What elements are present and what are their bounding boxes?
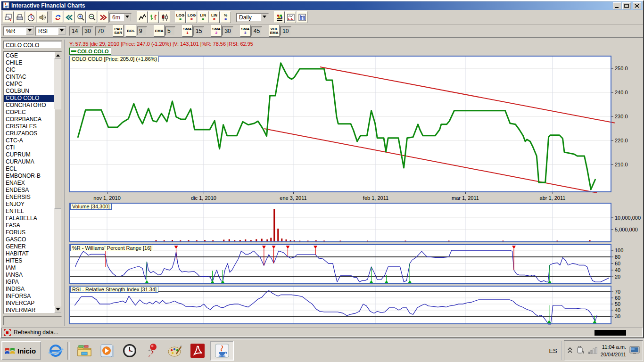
line-chart-type-button[interactable] (137, 11, 148, 23)
stock-list-item[interactable]: CUPRUM (4, 151, 54, 158)
log-scale-equal-button[interactable]: LOG = (175, 11, 186, 23)
stock-list-item[interactable]: IGPA (4, 279, 54, 286)
zoom-in-button[interactable] (75, 11, 86, 23)
zoom-out-button[interactable] (86, 11, 97, 23)
colors-settings-button[interactable] (274, 11, 285, 23)
signal-strength-icon[interactable] (588, 346, 597, 355)
scroll-right-button[interactable] (98, 11, 108, 23)
linear-scale-unequal-button[interactable]: LIN ≠ (209, 11, 220, 23)
percent-scale-button[interactable]: % = (220, 11, 231, 23)
scrollbar-thumb[interactable] (54, 109, 61, 209)
sma2-button[interactable]: SMA 2 (211, 25, 222, 37)
chevron-down-icon[interactable] (124, 14, 131, 21)
stock-list-item[interactable]: INFORSA (4, 293, 54, 300)
close-button[interactable] (633, 2, 641, 9)
stopwatch-button[interactable] (25, 11, 36, 23)
stock-list-item[interactable]: CORPBANCA (4, 116, 54, 123)
stock-list-item[interactable]: FALABELLA (4, 215, 54, 222)
wr-period-field[interactable]: 14 (69, 26, 80, 36)
adobe-reader-icon[interactable] (190, 343, 206, 359)
refresh-button[interactable] (52, 11, 63, 23)
stock-list-item[interactable]: CIC (4, 66, 54, 74)
sidebar-bottom-field[interactable] (3, 316, 62, 325)
stock-list-item[interactable]: CTC-A (4, 137, 54, 144)
stock-list-item[interactable]: ENAEX (4, 180, 54, 187)
stock-list-item[interactable]: COLO COLO (4, 95, 54, 102)
ema-period-field[interactable]: 5 (165, 26, 175, 36)
stock-list-item[interactable]: HITES (4, 257, 54, 264)
print-button[interactable] (14, 11, 25, 23)
internet-explorer-icon[interactable] (48, 343, 64, 359)
volume-ema-button[interactable]: VOL EMA (269, 25, 280, 37)
linear-scale-equal-button[interactable]: LIN = (198, 11, 208, 23)
stock-list-item[interactable]: CONCHATORO (4, 102, 54, 109)
stock-list-item[interactable]: GASCO (4, 236, 54, 243)
williams-r-chart[interactable]: 10080604020 (69, 244, 640, 284)
sma1-button[interactable]: SMA 1 (182, 25, 193, 37)
stock-list-item[interactable]: COLBUN (4, 88, 54, 95)
scroll-left-button[interactable] (64, 11, 74, 23)
volume-chart[interactable]: 10,000,0005,000,000 (69, 203, 640, 242)
stock-list-item[interactable]: FASA (4, 222, 54, 229)
sma3-period-field[interactable]: 45 (251, 26, 262, 36)
chevron-down-icon[interactable] (26, 27, 33, 35)
chevron-down-icon[interactable] (58, 27, 66, 35)
stock-list-item[interactable]: ENDESA (4, 187, 54, 194)
candlestick-chart-type-button[interactable] (159, 11, 170, 23)
media-player-icon[interactable] (99, 343, 115, 359)
tray-clock[interactable]: 11:04 a.m. 20/04/2011 (601, 343, 626, 359)
minimize-button[interactable] (613, 2, 621, 9)
indicator2-dropdown[interactable]: RSI (35, 26, 66, 36)
stock-list-item[interactable]: CINTAC (4, 74, 54, 81)
period-dropdown[interactable]: 6m (109, 13, 132, 22)
paint-palette-icon[interactable] (167, 343, 183, 359)
maximize-button[interactable] (622, 2, 631, 9)
interval-dropdown[interactable]: Daily (236, 13, 269, 22)
scroll-up-icon[interactable] (54, 52, 61, 59)
rsi-period-field[interactable]: 30 (82, 26, 93, 36)
stock-list-item[interactable]: CMPC (4, 81, 54, 88)
stock-list-item[interactable]: FORUS (4, 229, 54, 236)
stock-list-item[interactable]: INVERCAP (4, 300, 54, 307)
rsi-upper-field[interactable]: 70 (95, 26, 106, 36)
language-indicator[interactable]: ES (549, 347, 557, 354)
symbol-input[interactable]: COLO COLO (3, 41, 62, 49)
stock-list-item[interactable]: ENERSIS (4, 194, 54, 201)
stock-list-item[interactable]: INDISA (4, 286, 54, 293)
stock-list-item[interactable]: INVERMAR (4, 307, 54, 314)
scroll-down-icon[interactable] (54, 306, 61, 313)
start-button[interactable]: Inicio (1, 341, 41, 360)
file-explorer-icon[interactable] (76, 343, 92, 359)
bollinger-button[interactable]: BOL (125, 25, 136, 37)
stock-list-item[interactable]: CRUZADOS (4, 130, 54, 137)
stock-list-item[interactable]: ECL (4, 165, 54, 173)
stock-list-item[interactable]: CHILE (4, 59, 54, 66)
stock-list-item[interactable]: HABITAT (4, 250, 54, 257)
stock-list-item[interactable]: COPEC (4, 109, 54, 116)
stock-list-item[interactable]: CURAUMA (4, 158, 54, 165)
bollinger-period-field[interactable]: 9 (137, 26, 147, 36)
speaker-button[interactable] (37, 11, 48, 23)
parabolic-sar-button[interactable]: PAR SAR (113, 25, 124, 37)
stock-list-item[interactable]: CRISTALES (4, 123, 54, 130)
ohlc-chart-type-button[interactable] (148, 11, 159, 23)
stock-list-item[interactable]: CGE (4, 52, 54, 59)
sma2-period-field[interactable]: 30 (222, 26, 233, 36)
display-monitor-icon[interactable] (629, 346, 640, 356)
stock-list-scrollbar[interactable] (54, 52, 61, 313)
stock-list-item[interactable]: CTI (4, 144, 54, 151)
power-plug-icon[interactable] (576, 346, 585, 356)
stock-list-item[interactable]: GENER (4, 243, 54, 250)
price-volume-view-button[interactable] (285, 11, 296, 23)
volume-ema-period-field[interactable]: 10 (280, 26, 291, 36)
price-chart[interactable]: 250.0240.0230.0220.0210.0 (69, 56, 640, 192)
sma3-button[interactable]: SMA 3 (240, 25, 251, 37)
stock-list-item[interactable]: EMBONOR-B (4, 173, 54, 180)
pushpin-icon[interactable] (144, 343, 160, 359)
collapse-chevron-icon[interactable] (567, 347, 573, 355)
ema-button[interactable]: EMA (154, 25, 165, 37)
indicator1-dropdown[interactable]: %R (3, 26, 34, 36)
stock-list-item[interactable]: IANSA (4, 272, 54, 279)
stock-list-item[interactable]: IAM (4, 264, 54, 272)
log-scale-unequal-button[interactable]: LOG ≠ (186, 11, 197, 23)
